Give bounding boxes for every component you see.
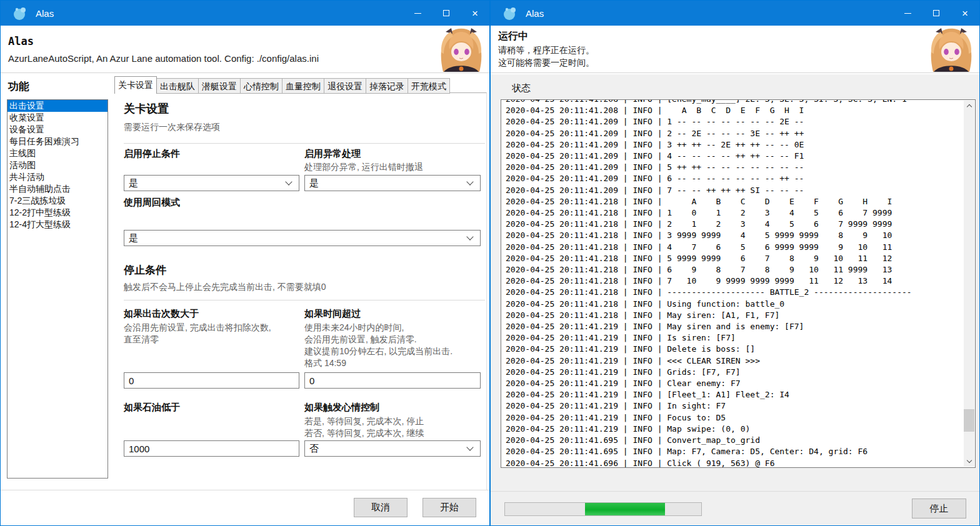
stop-section-title: 停止条件 <box>124 263 166 277</box>
log-line: 2020-04-25 20:11:41.218 | INFO | 6 9 8 7… <box>506 264 963 275</box>
app-header: Alas AzurLaneAutoScript, An Azur Lane au… <box>1 26 489 73</box>
log-line: 2020-04-25 20:11:41.219 | INFO | [Fleet_… <box>506 389 963 400</box>
log-lines: 2020-04-25 20:11:41.208 | INFO | [enemy_… <box>506 99 963 467</box>
maximize-button[interactable] <box>432 1 461 26</box>
start-button[interactable]: 开始 <box>422 498 476 517</box>
minimize-button[interactable] <box>893 1 922 26</box>
tab-bar[interactable]: 关卡设置出击舰队潜艇设置心情控制血量控制退役设置掉落记录开荒模式 <box>115 76 450 94</box>
log-line: 2020-04-25 20:11:41.219 | INFO | Clear e… <box>506 378 963 389</box>
minimize-icon <box>904 13 911 14</box>
if-emotion-help: 若是, 等待回复, 完成本次, 停止 若否, 等待回复, 完成本次, 继续 <box>304 415 481 439</box>
close-button[interactable]: × <box>461 1 489 26</box>
sidebar-item[interactable]: 活动图 <box>8 159 108 171</box>
tab[interactable]: 出击舰队 <box>157 78 199 94</box>
sidebar-heading: 功能 <box>8 79 29 94</box>
log-scrollbar[interactable] <box>964 101 974 467</box>
minimize-button[interactable] <box>403 1 432 26</box>
log-line: 2020-04-25 20:11:41.209 | INFO | 3 ++ ++… <box>506 139 963 151</box>
divider <box>124 143 485 144</box>
runner-window: Alas × 运行中 请稍等，程序正在运行。 这可能将需要一定时间。 状态 20… <box>490 0 980 526</box>
scroll-up-button[interactable] <box>964 101 974 111</box>
enable-exception-label: 启用异常处理 <box>304 148 481 160</box>
log-line: 2020-04-25 20:11:41.219 | INFO | Is sire… <box>506 332 963 344</box>
enable-stop-select[interactable]: 是 <box>124 175 299 191</box>
footer-divider <box>1 490 489 490</box>
log-line: 2020-04-25 20:11:41.695 | INFO | Map: F7… <box>506 446 963 457</box>
progress-bar <box>504 502 702 516</box>
maximize-icon <box>443 10 449 16</box>
log-line: 2020-04-25 20:11:41.219 | INFO | Focus t… <box>506 412 963 424</box>
log-line: 2020-04-25 20:11:41.208 | INFO | [enemy_… <box>506 99 963 105</box>
chevron-down-icon <box>966 458 971 463</box>
app-logo-icon <box>12 5 29 22</box>
footer-divider <box>491 491 979 492</box>
log-line: 2020-04-25 20:11:41.218 | INFO | 3 9999 … <box>506 230 963 241</box>
if-emotion-select[interactable]: 否 <box>304 440 481 457</box>
sidebar-item[interactable]: 12-2打中型练级 <box>8 207 108 219</box>
close-button[interactable]: × <box>951 1 979 26</box>
run-header: 运行中 请稍等，程序正在运行。 这可能将需要一定时间。 <box>491 26 979 73</box>
app-logo-icon <box>502 5 519 22</box>
if-oil-input[interactable] <box>124 440 299 457</box>
tab[interactable]: 血量控制 <box>282 78 324 94</box>
enable-exception-select[interactable]: 是 <box>304 175 481 191</box>
chevron-down-icon <box>466 233 473 240</box>
sidebar-item[interactable]: 共斗活动 <box>8 171 108 183</box>
log-line: 2020-04-25 20:11:41.219 | INFO | Map swi… <box>506 424 963 435</box>
tab[interactable]: 掉落记录 <box>366 78 408 94</box>
enable-exception-help: 处理部分异常, 运行出错时撤退 <box>304 161 481 173</box>
sidebar-item[interactable]: 主线图 <box>8 147 108 159</box>
if-time-input[interactable] <box>304 372 481 389</box>
log-line: 2020-04-25 20:11:41.695 | INFO | Convert… <box>506 435 963 446</box>
log-line: 2020-04-25 20:11:41.218 | INFO | May sir… <box>506 310 963 321</box>
titlebar[interactable]: Alas × <box>491 1 979 26</box>
log-line: 2020-04-25 20:11:41.218 | INFO | 1 0 1 2… <box>506 207 963 219</box>
sidebar-item[interactable]: 设备设置 <box>8 124 108 136</box>
log-line: 2020-04-25 20:11:41.209 | INFO | 5 ++ ++… <box>506 162 963 173</box>
log-output[interactable]: 2020-04-25 20:11:41.208 | INFO | [enemy_… <box>501 99 976 468</box>
tab[interactable]: 开荒模式 <box>408 78 450 94</box>
sidebar-item[interactable]: 收菜设置 <box>8 112 108 124</box>
cancel-button[interactable]: 取消 <box>354 498 408 517</box>
avatar <box>928 27 974 72</box>
sidebar-item[interactable]: 12-4打大型练级 <box>8 219 108 231</box>
window-title: Alas <box>526 8 544 19</box>
function-list[interactable]: 出击设置收菜设置设备设置每日任务困难演习主线图活动图共斗活动半自动辅助点击7-2… <box>7 99 108 479</box>
scrollbar-thumb[interactable] <box>964 409 974 432</box>
if-emotion-label: 如果触发心情控制 <box>304 402 481 414</box>
run-status-title: 运行中 <box>498 30 528 43</box>
maximize-button[interactable] <box>922 1 951 26</box>
if-time-help: 使用未来24小时内的时间, 会沿用先前设置, 触发后清零. 建议提前10分钟左右… <box>304 322 481 369</box>
if-count-help: 会沿用先前设置, 完成出击将扣除次数, 直至清零 <box>124 322 299 345</box>
settings-pane: 关卡设置 需要运行一次来保存选项 启用停止条件 启用异常处理 处理部分异常, 运… <box>115 92 487 490</box>
tab[interactable]: 潜艇设置 <box>199 78 241 94</box>
tab[interactable]: 关卡设置 <box>114 76 157 94</box>
section-title: 关卡设置 <box>124 101 169 116</box>
log-line: 2020-04-25 20:11:41.218 | INFO | A B C D… <box>506 196 963 207</box>
chevron-down-icon <box>466 178 473 185</box>
log-line: 2020-04-25 20:11:41.218 | INFO | -------… <box>506 287 963 298</box>
scroll-down-button[interactable] <box>964 456 974 467</box>
progress-bar-fill <box>585 503 665 515</box>
loop-mode-select[interactable]: 是 <box>124 230 481 246</box>
stop-button[interactable]: 停止 <box>912 499 966 519</box>
tab[interactable]: 退役设置 <box>324 78 366 94</box>
stage: Alas × Alas AzurLaneAutoScript, An Azur … <box>0 0 980 526</box>
run-status-line1: 请稍等，程序正在运行。 <box>498 45 594 56</box>
log-line: 2020-04-25 20:11:41.209 | INFO | 4 -- --… <box>506 151 963 162</box>
sidebar-item[interactable]: 出击设置 <box>8 100 108 112</box>
tab[interactable]: 心情控制 <box>241 78 282 94</box>
log-line: 2020-04-25 20:11:41.219 | INFO | May sir… <box>506 321 963 332</box>
log-line: 2020-04-25 20:11:41.209 | INFO | 2 -- 2E… <box>506 128 963 139</box>
sidebar-item[interactable]: 半自动辅助点击 <box>8 183 108 195</box>
titlebar[interactable]: Alas × <box>1 1 489 26</box>
sidebar-item[interactable]: 7-2三战拣垃圾 <box>8 195 108 207</box>
enable-stop-label: 启用停止条件 <box>124 148 299 160</box>
log-line: 2020-04-25 20:11:41.208 | INFO | A B C D… <box>506 105 963 116</box>
if-count-label: 如果出击次数大于 <box>124 308 299 320</box>
sidebar-item[interactable]: 每日任务困难演习 <box>8 136 108 147</box>
chevron-up-icon <box>966 104 971 109</box>
if-count-input[interactable] <box>124 372 299 389</box>
if-time-label: 如果时间超过 <box>304 308 481 320</box>
log-line: 2020-04-25 20:11:41.218 | INFO | 5 9999 … <box>506 253 963 264</box>
